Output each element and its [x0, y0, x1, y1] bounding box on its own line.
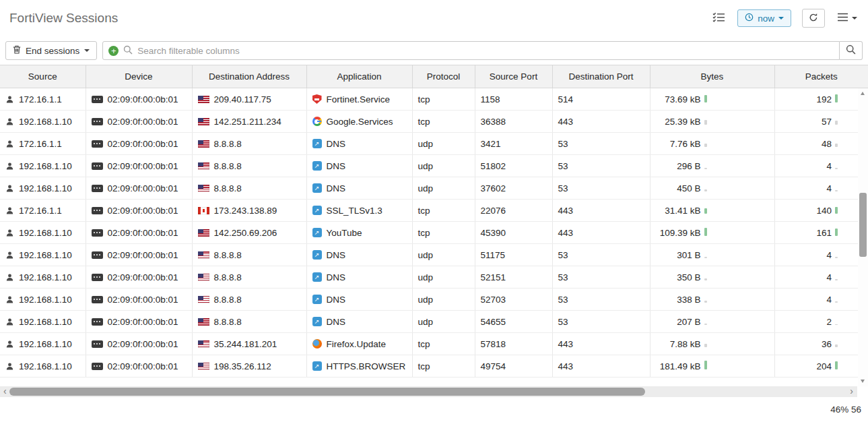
column-header-destination-port[interactable]: Destination Port	[552, 65, 650, 88]
bytes-cell[interactable]: 73.69 kB	[650, 88, 774, 111]
time-range-button[interactable]: now	[737, 9, 791, 27]
application-cell[interactable]: DNS	[306, 244, 412, 266]
source-port-cell[interactable]: 3421	[475, 133, 552, 155]
device-cell[interactable]: 02:09:0f:00:0b:01	[86, 266, 192, 289]
application-cell[interactable]: Google.Services	[306, 111, 412, 133]
application-cell[interactable]: DNS	[306, 311, 412, 333]
device-cell[interactable]: 02:09:0f:00:0b:01	[86, 88, 192, 111]
application-cell[interactable]: DNS	[306, 133, 412, 155]
packets-cell[interactable]: 204	[774, 355, 868, 378]
destination-port-cell[interactable]: 443	[552, 355, 650, 378]
application-cell[interactable]: HTTPS.BROWSER	[306, 355, 412, 378]
column-header-source[interactable]: Source	[0, 65, 86, 88]
source-cell[interactable]: 192.168.1.10	[0, 333, 86, 355]
search-bar[interactable]	[102, 41, 840, 60]
session-row[interactable]: 192.168.1.10 02:09:0f:00:0b:01 8.8.8.8 D…	[0, 155, 868, 177]
menu-button[interactable]	[836, 11, 859, 25]
column-header-device[interactable]: Device	[86, 65, 192, 88]
packets-cell[interactable]: 161	[774, 222, 868, 244]
destination-port-cell[interactable]: 53	[552, 311, 650, 333]
bytes-cell[interactable]: 109.39 kB	[650, 222, 774, 244]
end-sessions-button[interactable]: End sessions	[5, 41, 97, 60]
vertical-scrollbar-thumb[interactable]	[859, 193, 867, 257]
source-port-cell[interactable]: 36388	[475, 111, 552, 133]
packets-cell[interactable]: 4	[774, 289, 868, 311]
packets-cell[interactable]: 4	[774, 177, 868, 200]
destination-port-cell[interactable]: 53	[552, 266, 650, 289]
device-cell[interactable]: 02:09:0f:00:0b:01	[86, 333, 192, 355]
device-cell[interactable]: 02:09:0f:00:0b:01	[86, 244, 192, 266]
destination-cell[interactable]: 209.40.117.75	[192, 88, 306, 111]
packets-cell[interactable]: 4	[774, 244, 868, 266]
source-port-cell[interactable]: 1158	[475, 88, 552, 111]
protocol-cell[interactable]: tcp	[412, 200, 475, 222]
source-cell[interactable]: 192.168.1.10	[0, 244, 86, 266]
protocol-cell[interactable]: tcp	[412, 88, 475, 111]
bytes-cell[interactable]: 338 B	[650, 289, 774, 311]
source-cell[interactable]: 192.168.1.10	[0, 266, 86, 289]
source-cell[interactable]: 192.168.1.10	[0, 111, 86, 133]
source-cell[interactable]: 172.16.1.1	[0, 200, 86, 222]
destination-port-cell[interactable]: 53	[552, 155, 650, 177]
destination-cell[interactable]: 198.35.26.112	[192, 355, 306, 378]
source-port-cell[interactable]: 51175	[475, 244, 552, 266]
protocol-cell[interactable]: udp	[412, 177, 475, 200]
session-row[interactable]: 192.168.1.10 02:09:0f:00:0b:01 8.8.8.8 D…	[0, 289, 868, 311]
application-cell[interactable]: DNS	[306, 266, 412, 289]
destination-cell[interactable]: 8.8.8.8	[192, 244, 306, 266]
device-cell[interactable]: 02:09:0f:00:0b:01	[86, 133, 192, 155]
destination-port-cell[interactable]: 53	[552, 177, 650, 200]
source-cell[interactable]: 172.16.1.1	[0, 88, 86, 111]
source-port-cell[interactable]: 37602	[475, 177, 552, 200]
session-row[interactable]: 172.16.1.1 02:09:0f:00:0b:01 8.8.8.8 DNS…	[0, 133, 868, 155]
source-port-cell[interactable]: 51802	[475, 155, 552, 177]
destination-port-cell[interactable]: 53	[552, 244, 650, 266]
device-cell[interactable]: 02:09:0f:00:0b:01	[86, 200, 192, 222]
bytes-cell[interactable]: 7.76 kB	[650, 133, 774, 155]
protocol-cell[interactable]: tcp	[412, 222, 475, 244]
source-port-cell[interactable]: 45390	[475, 222, 552, 244]
application-cell[interactable]: DNS	[306, 289, 412, 311]
bytes-cell[interactable]: 350 B	[650, 266, 774, 289]
scroll-left-arrow[interactable]: ‹	[3, 386, 7, 397]
session-row[interactable]: 172.16.1.1 02:09:0f:00:0b:01 173.243.138…	[0, 200, 868, 222]
column-header-source-port[interactable]: Source Port	[475, 65, 552, 88]
device-cell[interactable]: 02:09:0f:00:0b:01	[86, 311, 192, 333]
destination-cell[interactable]: 142.251.211.234	[192, 111, 306, 133]
search-input[interactable]	[137, 46, 834, 56]
add-filter-icon[interactable]	[108, 46, 119, 56]
session-row[interactable]: 192.168.1.10 02:09:0f:00:0b:01 142.251.2…	[0, 111, 868, 133]
source-cell[interactable]: 172.16.1.1	[0, 133, 86, 155]
column-header-packets[interactable]: Packets	[774, 65, 868, 88]
session-row[interactable]: 192.168.1.10 02:09:0f:00:0b:01 8.8.8.8 D…	[0, 311, 868, 333]
bytes-cell[interactable]: 31.41 kB	[650, 200, 774, 222]
packets-cell[interactable]: 48	[774, 133, 868, 155]
source-cell[interactable]: 192.168.1.10	[0, 155, 86, 177]
packets-cell[interactable]: 57	[774, 111, 868, 133]
source-cell[interactable]: 192.168.1.10	[0, 222, 86, 244]
source-cell[interactable]: 192.168.1.10	[0, 289, 86, 311]
destination-cell[interactable]: 142.250.69.206	[192, 222, 306, 244]
destination-cell[interactable]: 35.244.181.201	[192, 333, 306, 355]
session-row[interactable]: 192.168.1.10 02:09:0f:00:0b:01 8.8.8.8 D…	[0, 244, 868, 266]
protocol-cell[interactable]: udp	[412, 133, 475, 155]
destination-cell[interactable]: 8.8.8.8	[192, 155, 306, 177]
session-row[interactable]: 192.168.1.10 02:09:0f:00:0b:01 8.8.8.8 D…	[0, 266, 868, 289]
device-cell[interactable]: 02:09:0f:00:0b:01	[86, 289, 192, 311]
column-header-application[interactable]: Application	[306, 65, 412, 88]
column-header-destination-address[interactable]: Destination Address	[192, 65, 306, 88]
protocol-cell[interactable]: udp	[412, 311, 475, 333]
session-row[interactable]: 172.16.1.1 02:09:0f:00:0b:01 209.40.117.…	[0, 88, 868, 111]
vertical-scrollbar[interactable]	[858, 88, 868, 386]
protocol-cell[interactable]: udp	[412, 244, 475, 266]
destination-cell[interactable]: 8.8.8.8	[192, 311, 306, 333]
search-button[interactable]	[840, 41, 863, 60]
horizontal-scrollbar[interactable]: ‹ ›	[0, 386, 868, 397]
device-cell[interactable]: 02:09:0f:00:0b:01	[86, 155, 192, 177]
packets-cell[interactable]: 4	[774, 266, 868, 289]
source-port-cell[interactable]: 52703	[475, 289, 552, 311]
bytes-cell[interactable]: 181.49 kB	[650, 355, 774, 378]
session-row[interactable]: 192.168.1.10 02:09:0f:00:0b:01 35.244.18…	[0, 333, 868, 355]
application-cell[interactable]: Fortinet.Service	[306, 88, 412, 111]
protocol-cell[interactable]: tcp	[412, 355, 475, 378]
